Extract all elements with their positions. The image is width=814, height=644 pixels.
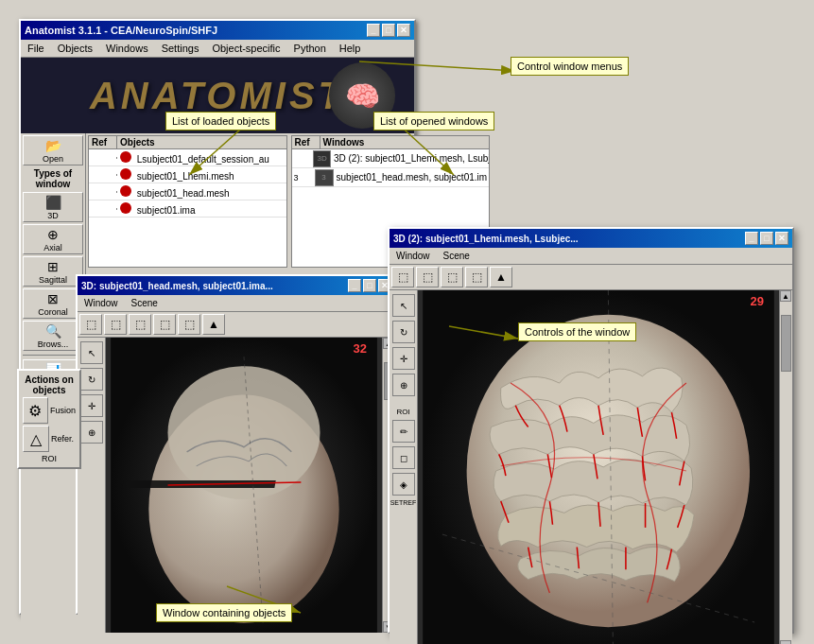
large-toolbar-btn-2[interactable]: ⬚ [416,267,439,287]
objects-table-header: Ref Objects [89,136,286,149]
fusion-button[interactable]: ⚙ [23,397,48,424]
small-left-panel: ↖ ↻ ✛ ⊕ [78,338,106,633]
dot-icon [120,168,131,180]
toolbar-btn-3[interactable]: ⬚ [129,314,151,335]
sagittal-button[interactable]: ⊞ Sagittal [23,256,83,287]
action-btn-row-2: △ Refer. [23,426,76,452]
small-menu-window[interactable]: Window [81,297,121,309]
windows-col-header: Windows [320,136,490,148]
large-toolbar-btn-4[interactable]: ⬚ [465,267,488,287]
small-toolbar: ⬚ ⬚ ⬚ ⬚ ⬚ ▲ [78,312,395,338]
large-minimize[interactable]: _ [745,232,758,245]
large-menu-window[interactable]: Window [393,250,433,262]
large-close[interactable]: ✕ [775,232,788,245]
toolbar-btn-6[interactable]: ▲ [202,314,225,335]
small-menu-scene[interactable]: Scene [129,297,161,309]
row3-name: subject01_head.mesh [117,184,286,200]
large-menu-bar: Window Scene [390,248,792,265]
toolbar-btn-1[interactable]: ⬚ [79,314,102,335]
draw-btn[interactable]: ✏ [392,420,415,443]
close-button[interactable]: ✕ [397,24,410,37]
large-brain-svg [418,290,779,644]
large-pan-btn[interactable]: ✛ [392,347,415,370]
maximize-button[interactable]: □ [382,24,395,37]
large-toolbar-btn-5[interactable]: ▲ [490,267,512,287]
sagittal-label: Sagittal [39,275,67,285]
large-scroll-thumb[interactable] [781,315,791,372]
cursor-btn[interactable]: ↖ [80,341,103,364]
large-scrollbar[interactable]: ▲ ▼ [779,290,792,644]
large-number-indicator: 29 [751,294,764,308]
row4-name: subject01.ima [117,201,286,217]
small-3d-window: 3D: subject01_head.mesh, subject01.ima..… [76,274,397,615]
3d-icon: ⬛ [43,195,62,210]
toolbar-btn-5[interactable]: ⬚ [178,314,200,335]
row4-ref [89,208,117,210]
pan-btn[interactable]: ✛ [80,394,103,417]
roi-label: ROI [23,454,76,463]
table-row[interactable]: subject01_Lhemi.mesh [89,166,286,183]
small-brain-svg [106,338,382,633]
types-label: Types of window [23,167,83,190]
minimize-button[interactable]: _ [367,24,380,37]
win-row[interactable]: 3D 3D (2): subject01_Lhemi.mesh, Lsubjec [292,149,490,168]
win-name-2: subject01_head.mesh, subject01.im [337,172,488,183]
menu-object-specific[interactable]: Object-specific [209,42,283,55]
menu-settings[interactable]: Settings [159,42,202,55]
dot-icon [120,202,131,214]
large-toolbar-btn-3[interactable]: ⬚ [441,267,463,287]
small-viewer-area: ↖ ↻ ✛ ⊕ 32 [78,338,395,633]
rotate-btn[interactable]: ↻ [80,368,103,391]
toolbar-btn-2[interactable]: ⬚ [104,314,127,335]
open-icon: 📂 [43,138,62,153]
table-row[interactable]: subject01.ima [89,200,286,218]
menu-objects[interactable]: Objects [55,42,95,55]
large-zoom-btn[interactable]: ⊕ [392,374,415,396]
large-viewer-area: ↖ ↻ ✛ ⊕ ROI ✏ ◻ ◈ SETREF 29 [390,290,792,644]
small-maximize[interactable]: □ [363,279,376,292]
axial-button[interactable]: ⊕ Axial [23,224,83,254]
large-scroll-down[interactable]: ▼ [780,640,791,644]
table-row[interactable]: subject01_head.mesh [89,183,286,200]
large-menu-scene[interactable]: Scene [441,250,473,262]
menu-file[interactable]: File [25,42,47,55]
menu-bar: File Objects Windows Settings Object-spe… [21,40,414,58]
coronal-icon: ⊠ [43,291,62,306]
toolbar-btn-4[interactable]: ⬚ [153,314,176,335]
main-title-bar: Anatomist 3.1.1 - CEA/NeuroSpin/SHFJ _ □… [21,21,414,40]
large-toolbar-btn-1[interactable]: ⬚ [391,267,414,287]
3d-button[interactable]: ⬛ 3D [23,192,83,222]
table-row[interactable]: Lsubject01_default_session_au [89,149,286,166]
zoom-btn[interactable]: ⊕ [80,421,103,444]
refer-button[interactable]: △ [23,426,49,452]
win-ref-2: 3 [292,173,315,183]
fill-btn[interactable]: ◈ [392,473,415,496]
row2-name: subject01_Lhemi.mesh [117,167,286,183]
logo-area: ANATOMIST 🧠 [21,58,414,133]
coronal-button[interactable]: ⊠ Coronal [23,288,83,319]
large-title-buttons: _ □ ✕ [745,232,788,245]
axial-label: Axial [43,243,62,252]
large-cursor-btn[interactable]: ↖ [392,294,415,317]
roi-label-large: ROI [396,408,409,416]
brows-button[interactable]: 🔍 Brows... [23,321,83,351]
actions-label: Actions on objects [23,374,76,395]
menu-python[interactable]: Python [291,42,329,55]
large-maximize[interactable]: □ [760,232,773,245]
menu-help[interactable]: Help [337,42,364,55]
small-menu-bar: Window Scene [78,295,395,312]
title-bar-buttons: _ □ ✕ [367,24,410,37]
erase-btn[interactable]: ◻ [392,446,415,469]
action-btn-row: ⚙ Fusion [23,397,76,424]
menu-windows[interactable]: Windows [103,42,151,55]
row3-ref [89,191,117,193]
large-toolbar: ⬚ ⬚ ⬚ ⬚ ▲ [390,265,792,290]
large-rotate-btn[interactable]: ↻ [392,321,415,343]
large-3d-title-bar: 3D (2): subject01_Lhemi.mesh, Lsubjec...… [390,229,792,248]
win-row[interactable]: 3 3 subject01_head.mesh, subject01.im [292,168,490,187]
large-scroll-up[interactable]: ▲ [780,290,791,302]
sagittal-icon: ⊞ [43,259,62,274]
win-thumb-2: 3 [315,169,334,186]
small-minimize[interactable]: _ [348,279,361,292]
open-button[interactable]: 📂 Open [23,135,83,165]
